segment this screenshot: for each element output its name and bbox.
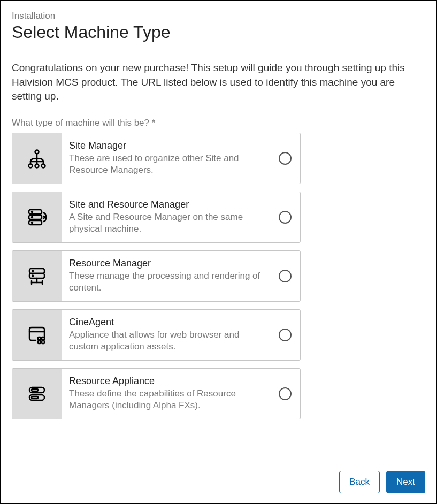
- radio-site-resource-manager[interactable]: [270, 192, 300, 242]
- next-button[interactable]: Next: [386, 471, 425, 493]
- option-resource-appliance[interactable]: Resource Appliance These define the capa…: [12, 368, 301, 419]
- option-title: Site and Resource Manager: [69, 199, 266, 210]
- svg-rect-12: [29, 220, 42, 225]
- svg-rect-28: [42, 341, 44, 343]
- svg-point-9: [42, 164, 45, 167]
- back-button[interactable]: Back: [339, 471, 380, 493]
- option-site-manager[interactable]: Site Manager These are used to organize …: [12, 133, 301, 184]
- svg-rect-10: [29, 210, 42, 214]
- svg-rect-26: [42, 337, 44, 340]
- option-title: Resource Manager: [69, 258, 266, 269]
- option-site-resource-manager[interactable]: Site and Resource Manager A Site and Res…: [12, 192, 301, 243]
- svg-point-7: [29, 164, 33, 167]
- option-desc: These manage the processing and renderin…: [69, 270, 266, 294]
- page-title: Select Machine Type: [12, 22, 425, 42]
- radio-resource-appliance[interactable]: [270, 369, 300, 419]
- svg-point-13: [32, 211, 33, 212]
- site-resource-manager-icon: [12, 192, 62, 242]
- resource-manager-icon: [12, 251, 62, 301]
- option-cineagent[interactable]: CineAgent Appliance that allows for web …: [12, 309, 301, 361]
- resource-appliance-icon: [12, 369, 62, 419]
- svg-point-15: [32, 222, 33, 223]
- option-desc: These define the capabilities of Resourc…: [69, 388, 266, 411]
- radio-resource-manager[interactable]: [270, 251, 300, 301]
- svg-rect-27: [38, 341, 41, 343]
- machine-type-prompt: What type of machine will this be? *: [12, 118, 425, 128]
- svg-rect-31: [32, 389, 38, 391]
- option-desc: Appliance that allows for web browser an…: [69, 329, 266, 353]
- machine-type-options: Site Manager These are used to organize …: [12, 133, 301, 419]
- dialog-body: Congratulations on your new purchase! Th…: [1, 50, 436, 461]
- installation-dialog: Installation Select Machine Type Congrat…: [0, 0, 437, 504]
- option-content: Resource Appliance These define the capa…: [62, 369, 270, 419]
- site-manager-icon: [12, 133, 62, 184]
- radio-cineagent[interactable]: [270, 310, 300, 360]
- breadcrumb: Installation: [12, 11, 425, 21]
- intro-text: Congratulations on your new purchase! Th…: [12, 61, 425, 104]
- radio-site-manager[interactable]: [270, 133, 300, 184]
- svg-point-14: [32, 217, 33, 218]
- svg-rect-11: [29, 215, 42, 219]
- cineagent-icon: [12, 310, 62, 360]
- svg-rect-25: [38, 337, 41, 340]
- option-title: CineAgent: [69, 317, 266, 328]
- option-title: Resource Appliance: [69, 376, 266, 387]
- option-content: CineAgent Appliance that allows for web …: [62, 310, 270, 360]
- svg-rect-32: [32, 396, 38, 399]
- option-resource-manager[interactable]: Resource Manager These manage the proces…: [12, 250, 301, 302]
- svg-point-19: [32, 275, 33, 276]
- option-title: Site Manager: [69, 140, 266, 151]
- option-content: Resource Manager These manage the proces…: [62, 251, 270, 301]
- dialog-footer: Back Next: [1, 461, 436, 503]
- option-content: Site and Resource Manager A Site and Res…: [62, 192, 270, 242]
- svg-point-18: [32, 270, 33, 271]
- dialog-header: Installation Select Machine Type: [1, 1, 436, 50]
- option-content: Site Manager These are used to organize …: [62, 133, 270, 184]
- option-desc: A Site and Resource Manager on the same …: [69, 211, 266, 235]
- svg-point-8: [35, 164, 39, 167]
- option-desc: These are used to organize other Site an…: [69, 152, 266, 176]
